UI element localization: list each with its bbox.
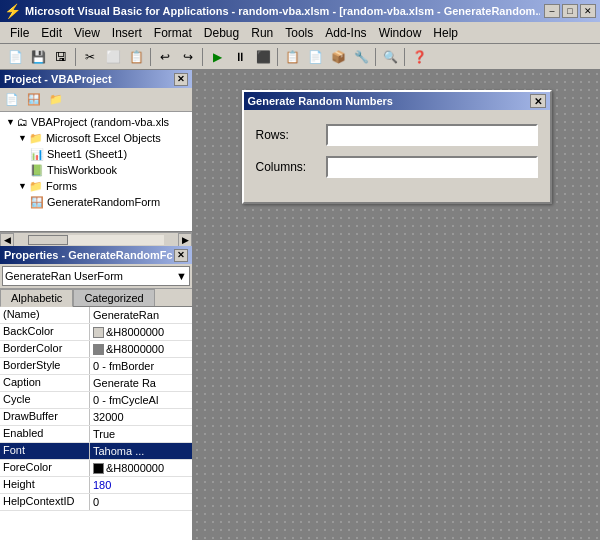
toggle-folders-btn[interactable]: 📁 [46,90,66,110]
menu-file[interactable]: File [4,24,35,42]
menu-addins[interactable]: Add-Ins [319,24,372,42]
label-excel-objects: Microsoft Excel Objects [46,132,161,144]
prop-row-borderstyle[interactable]: BorderStyle 0 - fmBorder [0,358,192,375]
menu-window[interactable]: Window [373,24,428,42]
tree-excel-objects[interactable]: ▼ 📁 Microsoft Excel Objects [2,130,190,146]
toolbar-undo[interactable]: ↩ [154,46,176,68]
prop-selector-row: GenerateRan UserForm ▼ [0,264,192,289]
toolbar-save2[interactable]: 🖫 [50,46,72,68]
toolbar-find[interactable]: 🔍 [379,46,401,68]
toolbar-class[interactable]: 📦 [327,46,349,68]
menu-edit[interactable]: Edit [35,24,68,42]
toolbar-copy[interactable]: ⬜ [102,46,124,68]
icon-forms: 📁 [29,180,43,193]
toolbar-paste[interactable]: 📋 [125,46,147,68]
rows-label: Rows: [256,128,326,142]
form-close-button[interactable]: ✕ [530,94,546,108]
prop-backcolor-value: &H8000000 [90,324,192,340]
close-button[interactable]: ✕ [580,4,596,18]
prop-row-forecolor[interactable]: ForeColor &H8000000 [0,460,192,477]
prop-helpcontextid-label: HelpContextID [0,494,90,510]
tab-alphabetic[interactable]: Alphabetic [0,289,73,307]
prop-drawbuffer-label: DrawBuffer [0,409,90,425]
prop-row-caption[interactable]: Caption Generate Ra [0,375,192,392]
tree-sheet1[interactable]: 📊 Sheet1 (Sheet1) [2,146,190,162]
scroll-thumb[interactable] [28,235,68,245]
title-bar-text: Microsoft Visual Basic for Applications … [25,5,540,17]
scroll-track[interactable] [28,235,164,245]
bordercolor-swatch [93,344,104,355]
prop-enabled-label: Enabled [0,426,90,442]
form-title-bar: Generate Random Numbers ✕ [244,92,550,110]
menu-view[interactable]: View [68,24,106,42]
label-thisworkbook: ThisWorkbook [47,164,117,176]
columns-input[interactable] [326,156,538,178]
forecolor-swatch [93,463,104,474]
menu-debug[interactable]: Debug [198,24,245,42]
arrow-forms: ▼ [18,181,27,191]
prop-row-bordercolor[interactable]: BorderColor &H8000000 [0,341,192,358]
scroll-right-btn[interactable]: ▶ [178,233,192,247]
icon-thisworkbook: 📗 [30,164,44,177]
tab-categorized[interactable]: Categorized [73,289,154,306]
arrow-excel-objects: ▼ [18,133,27,143]
toolbar-proc[interactable]: 🔧 [350,46,372,68]
toolbar-save[interactable]: 💾 [27,46,49,68]
icon-vbaproject: 🗂 [17,116,28,128]
prop-forecolor-value: &H8000000 [90,460,192,476]
icon-generaterandomform: 🪟 [30,196,44,209]
view-object-btn[interactable]: 🪟 [24,90,44,110]
prop-row-name[interactable]: (Name) GenerateRan [0,307,192,324]
form-title-text: Generate Random Numbers [248,95,393,107]
toolbar-help[interactable]: ❓ [408,46,430,68]
prop-row-helpcontextid[interactable]: HelpContextID 0 [0,494,192,511]
toolbar-pause[interactable]: ⏸ [229,46,251,68]
prop-selector-arrow: ▼ [176,270,187,282]
menu-run[interactable]: Run [245,24,279,42]
form-window[interactable]: Generate Random Numbers ✕ Rows: Columns: [242,90,552,204]
toolbar-run[interactable]: ▶ [206,46,228,68]
menu-tools[interactable]: Tools [279,24,319,42]
prop-selector-text: GenerateRan UserForm [5,270,123,282]
project-title-bar: Project - VBAProject ✕ [0,70,192,88]
columns-field-row: Columns: [256,156,538,178]
tree-thisworkbook[interactable]: 📗 ThisWorkbook [2,162,190,178]
icon-sheet1: 📊 [30,148,44,161]
tree-vbaproject[interactable]: ▼ 🗂 VBAProject (random-vba.xls [2,114,190,130]
rows-input[interactable] [326,124,538,146]
label-forms: Forms [46,180,77,192]
toolbar-userform[interactable]: 📋 [281,46,303,68]
prop-row-backcolor[interactable]: BackColor &H8000000 [0,324,192,341]
toolbar-redo[interactable]: ↪ [177,46,199,68]
prop-row-drawbuffer[interactable]: DrawBuffer 32000 [0,409,192,426]
prop-helpcontextid-value: 0 [90,494,192,510]
prop-row-enabled[interactable]: Enabled True [0,426,192,443]
main-content: Project - VBAProject ✕ 📄 🪟 📁 ▼ 🗂 VBAProj… [0,70,600,540]
properties-close-button[interactable]: ✕ [174,249,188,262]
minimize-button[interactable]: – [544,4,560,18]
project-hscrollbar[interactable]: ◀ ▶ [0,232,192,246]
prop-height-value: 180 [90,477,192,493]
scroll-left-btn[interactable]: ◀ [0,233,14,247]
toolbar-new[interactable]: 📄 [4,46,26,68]
app-icon: ⚡ [4,3,21,19]
prop-object-selector[interactable]: GenerateRan UserForm ▼ [2,266,190,286]
toolbar-sep2 [150,48,151,66]
toolbar-stop[interactable]: ⬛ [252,46,274,68]
toolbar-cut[interactable]: ✂ [79,46,101,68]
menu-insert[interactable]: Insert [106,24,148,42]
tree-generaterandomform[interactable]: 🪟 GenerateRandomForm [2,194,190,210]
view-code-btn[interactable]: 📄 [2,90,22,110]
menu-help[interactable]: Help [427,24,464,42]
prop-font-label: Font [0,443,90,459]
tree-forms[interactable]: ▼ 📁 Forms [2,178,190,194]
menu-format[interactable]: Format [148,24,198,42]
toolbar-module[interactable]: 📄 [304,46,326,68]
prop-bordercolor-value: &H8000000 [90,341,192,357]
prop-row-cycle[interactable]: Cycle 0 - fmCycleAl [0,392,192,409]
prop-row-height[interactable]: Height 180 [0,477,192,494]
prop-row-font[interactable]: Font Tahoma ... [0,443,192,460]
rows-field-row: Rows: [256,124,538,146]
project-close-button[interactable]: ✕ [174,73,188,86]
maximize-button[interactable]: □ [562,4,578,18]
